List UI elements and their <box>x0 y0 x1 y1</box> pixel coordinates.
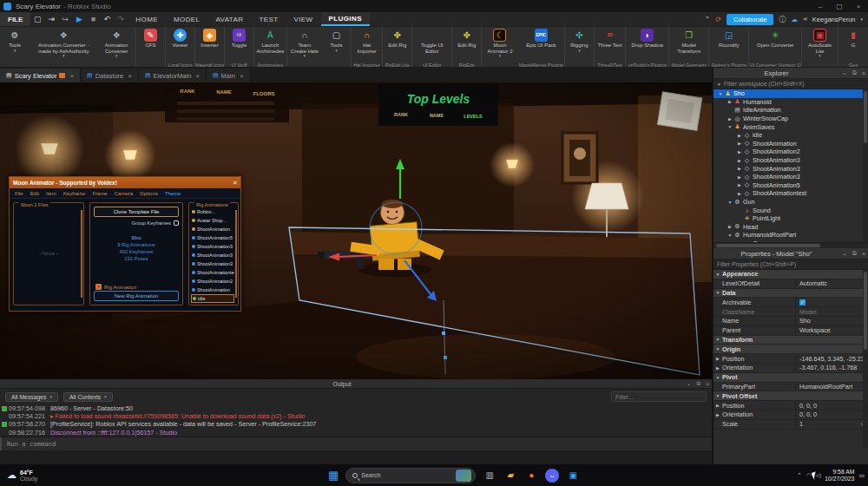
group-keyframes-checkbox[interactable] <box>174 220 179 226</box>
explorer-chevron-icon[interactable]: ⌄ <box>839 69 850 76</box>
tree-item-humanoid[interactable]: ▶♟Humanoid <box>713 98 868 107</box>
prop-value[interactable]: Sho <box>796 317 868 325</box>
prop-row-name[interactable]: NameSho <box>713 317 868 326</box>
rig-animation-item[interactable]: ShootAnimation3 <box>191 242 234 251</box>
plugin-tools[interactable]: ⚙Tools▾ <box>0 27 30 68</box>
prop-value[interactable]: ✓ <box>796 299 868 305</box>
tree-item-pointlight[interactable]: ☀PointLight <box>713 214 868 223</box>
prop-value[interactable]: 0, 0, 0 <box>796 402 868 410</box>
discord-icon[interactable]: ᴗ <box>545 469 559 483</box>
tab-close-icon[interactable]: × <box>69 72 74 80</box>
prop-section-transform[interactable]: ▼Transform <box>713 336 868 345</box>
tree-item-animsaves[interactable]: ▼♟AnimSaves <box>713 122 868 131</box>
moon-menu-options[interactable]: Options <box>137 191 161 196</box>
tab-close-icon[interactable]: × <box>195 72 200 80</box>
prop-section-data[interactable]: ▼Data <box>713 289 868 299</box>
tab-close-icon[interactable]: × <box>128 72 132 80</box>
output-chevron-icon[interactable]: ⌄ <box>684 380 694 387</box>
plugin-hat-importer[interactable]: ∩Hat ImporterHat Importer <box>352 27 383 68</box>
properties-chevron-icon[interactable]: ⌄ <box>839 250 850 257</box>
explorer-vscrollbar[interactable] <box>863 89 868 242</box>
prop-value[interactable]: -3.467, 0.116, -1.768 <box>796 364 868 371</box>
expand-down-icon[interactable]: ▼ <box>727 124 733 129</box>
open-file-icon[interactable]: ⇥ <box>44 15 58 23</box>
play-icon[interactable]: ▶ <box>72 15 86 23</box>
plugin-rigging[interactable]: ✣Rigging▾ <box>565 27 595 68</box>
ribbon-tab-model[interactable]: MODEL <box>166 12 207 26</box>
plugin-cfs[interactable]: ✎CFS <box>136 27 166 68</box>
prop-value[interactable]: HumanoidRootPart <box>796 383 868 391</box>
info-icon[interactable]: ⓘ <box>779 15 786 24</box>
plugin-roundify[interactable]: ◲RoundifyStelrex's Plugins <box>709 27 749 68</box>
plugin-toggle-ui-editor[interactable]: Toggle UI EditorUI Editor <box>412 27 452 68</box>
explorer-close-icon[interactable]: × <box>859 70 868 76</box>
expand-right-icon[interactable]: ▶ <box>713 365 722 371</box>
moon-menu-frame[interactable]: Frame <box>89 191 109 196</box>
log-line[interactable]: 09:57:58.270[ProfileService]: Roblox API… <box>0 420 712 428</box>
moon-files-scrollbar[interactable] <box>81 210 82 298</box>
tree-item-idle[interactable]: ▶◇idle <box>713 131 868 140</box>
rig-animation-item[interactable]: ShootAnimationtest <box>191 268 234 277</box>
plugin-drop-shadow[interactable]: ◗Drop ShadowuhTeddy's Plugins <box>626 27 669 68</box>
3d-viewport[interactable]: RANK NAME FLOORS Top Levels RANK NAME LE… <box>0 82 712 379</box>
plugin-viewer[interactable]: ✚ViewerLocal Icons <box>166 27 195 68</box>
tab-main[interactable]: ▤Main× <box>207 69 251 82</box>
moon-menu-theme[interactable]: Theme <box>162 191 184 196</box>
plugin-toggle[interactable]: UIToggleUI Stuff <box>225 27 254 68</box>
prop-row-parent[interactable]: ParentWorkspace <box>713 326 868 336</box>
plugin-autoscale-lite[interactable]: ▣AutoScale Lite▾ <box>802 27 838 68</box>
rig-animation-item[interactable]: ShootAnimation3 <box>191 259 234 268</box>
firefox-icon[interactable]: ● <box>524 469 538 483</box>
prop-value[interactable]: 0, 0, 0 <box>796 410 868 418</box>
ribbon-tab-avatar[interactable]: AVATAR <box>207 12 251 26</box>
collapse-ribbon-icon[interactable]: ⌃ <box>705 16 711 23</box>
ribbon-tab-home[interactable]: HOME <box>128 12 166 26</box>
moon-title-bar[interactable]: Moon Animator - Supported by Voidex! × <box>10 177 240 188</box>
rig-animations-scrollbar[interactable] <box>235 210 237 298</box>
explorer-popout-icon[interactable]: ⧉ <box>850 69 859 76</box>
prop-row-scale[interactable]: Scale1↺ <box>713 420 868 430</box>
prop-row-primarypart[interactable]: PrimaryPartHumanoidRootPart <box>713 383 868 392</box>
prop-section-pivot-offset[interactable]: ▼Pivot Offset <box>713 391 868 401</box>
username-label[interactable]: KeegansPerun <box>812 16 856 23</box>
expand-right-icon[interactable]: ▶ <box>736 174 743 180</box>
prop-value[interactable]: Workspace <box>796 326 868 334</box>
expand-right-icon[interactable]: ▶ <box>736 133 743 138</box>
rig-animation-checkbox[interactable]: ▪ <box>95 284 102 290</box>
expand-right-icon[interactable]: ▶ <box>736 141 743 146</box>
plugin-three-text[interactable]: 3DThree TextThreeDText <box>595 27 626 68</box>
expand-right-icon[interactable]: ▶ <box>727 99 733 104</box>
tree-item-shootanimation[interactable]: ▶◇ShootAnimation <box>713 140 868 148</box>
output-close-icon[interactable]: × <box>703 381 712 387</box>
expand-right-icon[interactable]: ▶ <box>713 403 722 408</box>
output-popout-icon[interactable]: ⧉ <box>694 380 704 387</box>
tree-item-shootanimation5[interactable]: ▶◇ShootAnimation5 <box>713 181 868 190</box>
roblox-studio-icon[interactable]: ▣ <box>566 469 580 483</box>
expand-right-icon[interactable]: ▶ <box>713 356 722 361</box>
expand-right-icon[interactable]: ▶ <box>736 158 743 163</box>
rig-animation-item[interactable]: ShootAnimation. <box>191 225 234 233</box>
file-menu-button[interactable]: FILE <box>0 12 30 26</box>
tree-item-head[interactable]: ▶⚙Head <box>713 223 868 232</box>
tree-item-sho[interactable]: ▼♟Sho <box>713 89 868 98</box>
tab-datastore[interactable]: ▤Datastore× <box>81 69 139 82</box>
context-filter-dropdown[interactable]: All Contexts▾ <box>63 392 113 402</box>
prop-section-origin[interactable]: ▼Origin <box>713 345 868 354</box>
plugin-model-transform[interactable]: ❒Model TransformModel Geometry <box>669 27 709 68</box>
rig-animation-item[interactable]: Avatar Shop... <box>191 216 234 225</box>
taskbar-search[interactable]: Search <box>345 468 476 483</box>
prop-value[interactable]: Automatic <box>796 279 868 287</box>
clock[interactable]: 9:58 AM 10/27/2023 <box>825 469 854 483</box>
rig-animation-item[interactable]: idle <box>191 294 234 303</box>
clone-template-button[interactable]: Clone Template File <box>94 207 179 217</box>
redo-icon[interactable]: ↷ <box>114 15 128 23</box>
prop-row-levelofdetail[interactable]: LevelOfDetailAutomatic <box>713 279 868 289</box>
checkbox-checked-icon[interactable]: ✓ <box>799 299 806 305</box>
prop-row-position[interactable]: ▶Position0, 0, 0 <box>713 401 868 410</box>
sync-icon[interactable]: ⟳ <box>715 16 721 23</box>
explorer-filter-input[interactable]: ▼ Filter workspace (Ctrl+Shift+X) <box>713 79 868 89</box>
message-filter-dropdown[interactable]: All Messages▾ <box>5 392 58 402</box>
expand-right-icon[interactable]: ▶ <box>736 191 743 196</box>
properties-vscrollbar[interactable] <box>863 270 868 448</box>
expand-right-icon[interactable]: ▶ <box>736 166 743 171</box>
